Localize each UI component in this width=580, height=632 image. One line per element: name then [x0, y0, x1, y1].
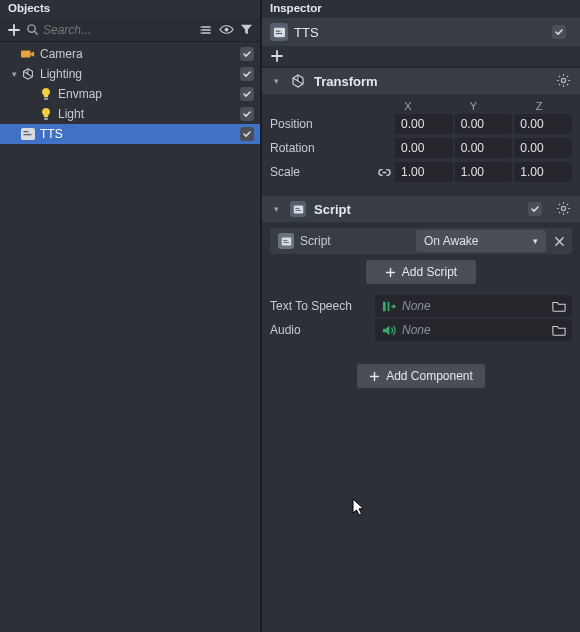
visibility-checkbox[interactable]: [240, 127, 254, 141]
filter-icon[interactable]: [238, 21, 254, 39]
number-input[interactable]: 0.00: [455, 114, 513, 134]
svg-rect-4: [44, 118, 48, 121]
script-asset-row: Script On Awake ▾: [270, 228, 572, 254]
script-body: Script On Awake ▾ Add Script Text To Spe…: [262, 222, 580, 352]
svg-rect-8: [273, 27, 284, 36]
number-input[interactable]: 1.00: [514, 162, 572, 182]
audio-icon: [381, 324, 396, 337]
camera-icon: [20, 46, 36, 62]
folder-icon[interactable]: [552, 300, 566, 312]
svg-rect-10: [275, 32, 282, 33]
slot-placeholder: None: [402, 323, 546, 337]
expand-arrow-icon[interactable]: ▾: [8, 69, 20, 79]
plus-icon: [385, 267, 396, 278]
objects-toolbar: [0, 18, 260, 42]
svg-point-15: [561, 206, 565, 210]
add-icon[interactable]: [6, 21, 22, 39]
eye-icon[interactable]: [218, 21, 234, 39]
tree-node-label: Lighting: [40, 67, 240, 81]
script-header[interactable]: ▾ Script: [262, 196, 580, 222]
chevron-down-icon: ▾: [270, 76, 282, 86]
inspector-object-header: TTS: [262, 18, 580, 46]
transform-header[interactable]: ▾ Transform: [262, 68, 580, 94]
transform-position-row: Position0.000.000.00: [270, 112, 572, 136]
svg-rect-3: [44, 98, 48, 101]
add-icon[interactable]: [268, 47, 286, 65]
visibility-checkbox[interactable]: [240, 67, 254, 81]
visibility-checkbox[interactable]: [240, 107, 254, 121]
svg-rect-9: [275, 30, 280, 31]
svg-point-1: [224, 28, 228, 32]
svg-rect-18: [283, 241, 289, 242]
list-icon[interactable]: [198, 21, 214, 39]
number-input[interactable]: 0.00: [455, 138, 513, 158]
add-script-button[interactable]: Add Script: [366, 260, 476, 284]
script-icon: [270, 23, 288, 41]
svg-rect-7: [24, 134, 32, 135]
transform-column-header: X Y Z: [270, 100, 572, 112]
transform-scale-row: Scale1.001.001.00: [270, 160, 572, 184]
objects-tree: Camera▾LightingEnvmapLightTTS: [0, 42, 260, 632]
script-enabled-checkbox[interactable]: [528, 202, 542, 216]
svg-rect-2: [21, 51, 31, 58]
svg-rect-12: [293, 205, 302, 213]
script-trigger-dropdown[interactable]: On Awake ▾: [416, 230, 546, 252]
property-row: AudioNone: [270, 318, 572, 342]
bulb-icon: [38, 106, 54, 122]
number-input[interactable]: 0.00: [395, 114, 453, 134]
script-icon: [290, 201, 306, 217]
asset-slot[interactable]: None: [375, 319, 572, 341]
transform-component: ▾ Transform X Y Z Position0.000.000.00Ro…: [262, 68, 580, 194]
tree-row[interactable]: ▾Lighting: [0, 64, 260, 84]
add-component-button[interactable]: Add Component: [357, 364, 485, 388]
transform-rotation-row: Rotation0.000.000.00: [270, 136, 572, 160]
transform-title: Transform: [314, 74, 548, 89]
bulb-icon: [38, 86, 54, 102]
close-icon[interactable]: [550, 232, 568, 250]
lighting-icon: [20, 66, 36, 82]
tree-node-label: Camera: [40, 47, 240, 61]
property-label: Audio: [270, 323, 375, 337]
property-row: Text To SpeechNone: [270, 294, 572, 318]
transform-body: X Y Z Position0.000.000.00Rotation0.000.…: [262, 94, 580, 194]
search-input[interactable]: [43, 23, 194, 37]
script-component: ▾ Script Script On Awake: [262, 196, 580, 352]
number-input[interactable]: 0.00: [514, 138, 572, 158]
svg-rect-13: [295, 207, 299, 208]
visibility-checkbox[interactable]: [240, 47, 254, 61]
transform-icon: [290, 73, 306, 89]
search-icon: [26, 23, 39, 36]
asset-slot[interactable]: None: [375, 295, 572, 317]
gear-icon[interactable]: [556, 73, 572, 89]
objects-panel: Objects Camera▾LightingEnvmapLightTTS: [0, 0, 262, 632]
svg-rect-17: [283, 239, 287, 240]
property-label: Position: [270, 117, 375, 131]
chevron-down-icon: ▾: [533, 236, 538, 246]
number-input[interactable]: 1.00: [395, 162, 453, 182]
number-input[interactable]: 0.00: [514, 114, 572, 134]
property-label: Rotation: [270, 141, 375, 155]
object-enabled-checkbox[interactable]: [552, 25, 566, 39]
tree-row[interactable]: Envmap: [0, 84, 260, 104]
visibility-checkbox[interactable]: [240, 87, 254, 101]
folder-icon[interactable]: [552, 324, 566, 336]
inspector-panel: Inspector TTS ▾ Transform X: [262, 0, 580, 632]
tree-row[interactable]: Camera: [0, 44, 260, 64]
gear-icon[interactable]: [556, 201, 572, 217]
number-input[interactable]: 0.00: [395, 138, 453, 158]
link-icon[interactable]: [375, 163, 393, 181]
slot-placeholder: None: [402, 299, 546, 313]
number-input[interactable]: 1.00: [455, 162, 513, 182]
tree-node-label: Light: [58, 107, 240, 121]
search-box[interactable]: [26, 23, 194, 37]
svg-rect-14: [295, 209, 301, 210]
property-label: Text To Speech: [270, 299, 375, 313]
script-icon: [278, 233, 294, 249]
svg-rect-6: [24, 131, 29, 132]
tree-node-label: TTS: [40, 127, 240, 141]
tree-row[interactable]: TTS: [0, 124, 260, 144]
tree-row[interactable]: Light: [0, 104, 260, 124]
objects-title: Objects: [0, 0, 260, 18]
plus-icon: [369, 371, 380, 382]
chevron-down-icon: ▾: [270, 204, 282, 214]
